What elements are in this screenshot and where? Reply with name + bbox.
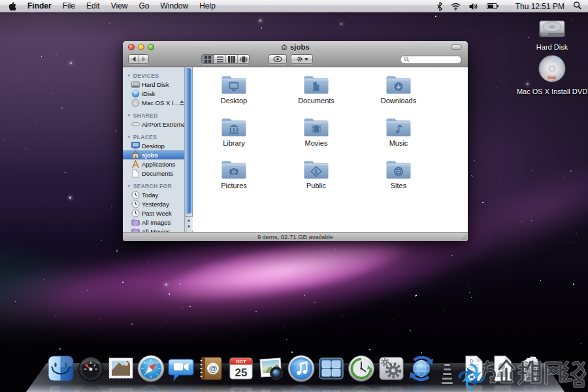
dock-iphoto[interactable] [256, 353, 286, 384]
dock-reflection [286, 383, 316, 392]
dock-trash[interactable] [515, 353, 546, 384]
sidebar-item-documents[interactable]: Documents [123, 169, 184, 178]
sidebar-item-idisk[interactable]: iDisk [123, 89, 184, 98]
dock-software-update[interactable] [406, 353, 436, 384]
scrollbar-thumb[interactable] [186, 68, 191, 214]
dock-address-book[interactable]: @@ [196, 353, 226, 384]
dock-reflection [487, 383, 517, 392]
resize-grip[interactable] [461, 234, 467, 240]
dock-reflection [106, 383, 136, 392]
menu-view[interactable]: View [111, 1, 128, 10]
disclosure-triangle-icon[interactable]: ▼ [127, 73, 131, 78]
desktop-icon-install-dvd[interactable]: DVDMac OS X Install DVD [516, 54, 588, 95]
smart-folder-icon [131, 227, 140, 233]
menu-edit[interactable]: Edit [86, 1, 100, 10]
battery-icon[interactable] [487, 3, 498, 9]
sidebar-item-today[interactable]: Today [123, 190, 184, 199]
search-field[interactable] [400, 55, 462, 64]
dock-spaces[interactable] [316, 353, 346, 384]
folder-downloads[interactable]: Downloads [357, 74, 440, 116]
dock-ichat[interactable] [166, 353, 196, 384]
dock-document-1[interactable]: DD [459, 353, 489, 384]
dock: @@OCT25OCT25DD [0, 351, 588, 392]
dock-mail[interactable] [106, 353, 136, 384]
sidebar-item-hard-disk[interactable]: Hard Disk [123, 80, 184, 89]
menu-help[interactable]: Help [199, 1, 216, 10]
sidebar-item-all-movies[interactable]: All Movies [123, 227, 184, 232]
folder-desktop[interactable]: Desktop [193, 74, 275, 116]
sidebar-item-sjobs[interactable]: sjobs [123, 150, 184, 159]
dock-finder[interactable] [46, 353, 76, 384]
wifi-icon[interactable] [451, 3, 461, 10]
back-button[interactable] [129, 55, 139, 63]
spotlight-icon[interactable] [573, 1, 581, 12]
dock-system-preferences[interactable] [376, 353, 406, 384]
disclosure-triangle-icon[interactable]: ▼ [127, 113, 131, 118]
window-title: sjobs [123, 43, 468, 51]
window-titlebar[interactable]: sjobs [123, 41, 468, 53]
view-icons-button[interactable] [202, 55, 214, 63]
folder-movies[interactable]: Movies [275, 116, 357, 159]
folder-public[interactable]: Public [275, 159, 357, 201]
status-text: 9 items, 62.71 GB available [257, 233, 333, 240]
folder-label: Movies [305, 139, 328, 147]
dock-reflection [316, 383, 346, 392]
bluetooth-icon[interactable] [437, 2, 442, 11]
dock-document-2[interactable] [487, 353, 517, 384]
dock-separator [440, 364, 453, 384]
status-bar: 9 items, 62.71 GB available [123, 232, 468, 241]
scroll-down-arrow[interactable]: ▼ [187, 225, 191, 229]
sidebar-section-places[interactable]: ▼PLACES [123, 133, 184, 141]
folder-icon [220, 116, 248, 138]
folder-icon [385, 116, 412, 138]
forward-button[interactable] [139, 55, 148, 63]
sidebar-item-past-week[interactable]: Past Week [123, 208, 184, 218]
sidebar-item-desktop[interactable]: Desktop [123, 141, 184, 150]
scroll-up-arrow[interactable]: ▲ [187, 219, 191, 222]
folder-pictures[interactable]: Pictures [193, 159, 275, 201]
window-toolbar [123, 53, 468, 67]
apple-menu[interactable] [8, 1, 16, 11]
folder-music[interactable]: Music [357, 116, 440, 159]
sidebar-section-search-for[interactable]: ▼SEARCH FOR [123, 182, 184, 190]
volume-icon[interactable] [469, 3, 478, 10]
view-coverflow-button[interactable] [237, 55, 249, 63]
dock-itunes[interactable] [286, 353, 316, 384]
sidebar-item-all-images[interactable]: All Images [123, 218, 184, 227]
disclosure-triangle-icon[interactable]: ▼ [127, 184, 131, 188]
folder-library[interactable]: Library [193, 116, 275, 159]
disclosure-triangle-icon[interactable]: ▼ [127, 135, 131, 139]
menu-window[interactable]: Window [161, 1, 189, 10]
svg-text:OCT: OCT [236, 359, 246, 365]
clock-icon [131, 191, 140, 199]
sidebar-item-label: Today [142, 191, 158, 199]
view-list-button[interactable] [214, 55, 225, 63]
dock-time-machine[interactable] [346, 353, 376, 384]
menu-clock[interactable]: Thu 12:51 PM [515, 2, 564, 11]
menu-file[interactable]: File [63, 1, 75, 10]
sidebar-item-airport-extreme[interactable]: AirPort Extreme [123, 120, 184, 129]
svg-text:@: @ [209, 364, 218, 374]
sidebar-item-mac-os-x-i-[interactable]: Mac OS X I... [123, 98, 184, 107]
menu-go[interactable]: Go [139, 1, 150, 10]
folder-documents[interactable]: Documents [275, 74, 357, 116]
desktop-mini-icon [131, 142, 140, 150]
dock-ical[interactable]: OCT25OCT25 [226, 353, 256, 384]
folder-sites[interactable]: Sites [357, 159, 440, 201]
quick-look-button[interactable] [269, 54, 287, 64]
folder-icon [220, 74, 248, 95]
toolbar-toggle-button[interactable] [451, 44, 462, 50]
dock-dashboard[interactable] [76, 353, 106, 384]
menu-finder[interactable]: Finder [27, 1, 52, 10]
action-button[interactable] [291, 54, 313, 64]
eject-icon[interactable] [179, 99, 185, 106]
dock-safari[interactable] [136, 353, 166, 384]
sidebar-scrollbar[interactable]: ▲▼ [185, 67, 193, 232]
view-columns-button[interactable] [225, 55, 237, 63]
desktop-icon-hard-disk[interactable]: Hard Disk [516, 18, 588, 51]
sidebar-item-yesterday[interactable]: Yesterday [123, 199, 184, 208]
sidebar-section-shared[interactable]: ▼SHARED [123, 111, 184, 120]
sidebar-item-applications[interactable]: Applications [123, 159, 184, 169]
dock-reflection [515, 383, 546, 392]
sidebar-section-devices[interactable]: ▼DEVICES [123, 71, 184, 80]
